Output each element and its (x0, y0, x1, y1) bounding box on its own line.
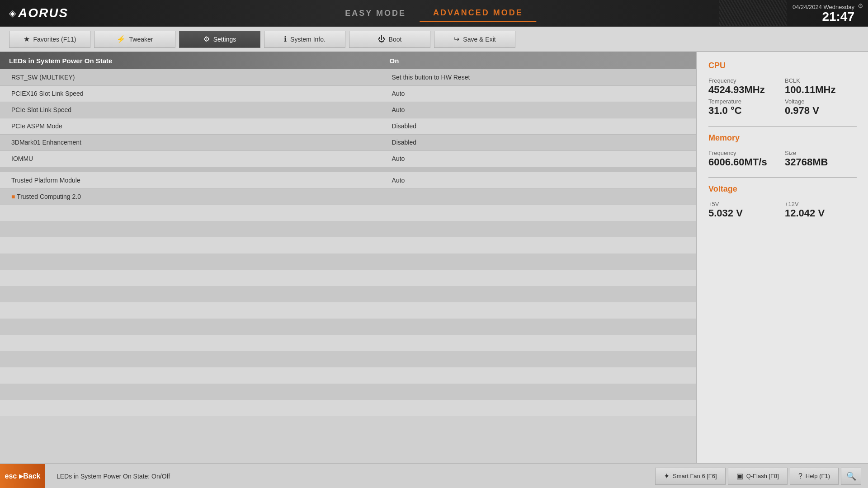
cpu-temperature-label: Temperature (708, 98, 780, 105)
cpu-voltage-value: 0.978 V (785, 105, 857, 117)
setting-label: Trusted Computing 2.0 (0, 188, 381, 205)
empty-row (0, 286, 696, 302)
empty-row (0, 335, 696, 351)
boot-label: Boot (389, 36, 402, 43)
favorites-icon: ★ (24, 35, 30, 43)
settings-icon: ⚙ (203, 35, 210, 43)
cpu-bclk-value: 100.11MHz (785, 84, 857, 96)
memory-size-label: Size (785, 150, 857, 156)
easy-mode-button[interactable]: EASY MODE (331, 5, 420, 22)
cpu-temperature-value: 31.0 °C (708, 105, 780, 117)
memory-size-value: 32768MB (785, 156, 857, 168)
table-row[interactable]: PCIEX16 Slot Link Speed Auto (0, 85, 696, 102)
tweaker-button[interactable]: ⚡ Tweaker (94, 31, 175, 48)
datetime-area: 04/24/2024 Wednesday 21:47 (793, 4, 854, 23)
voltage-section-title: Voltage (708, 184, 857, 196)
esc-button[interactable]: esc ▶ Back (0, 464, 45, 488)
table-row[interactable]: RST_SW (MULTIKEY) Set this button to HW … (0, 69, 696, 85)
status-description: LEDs in System Power On State: On/Off (45, 473, 181, 480)
cpu-section-title: CPU (708, 61, 857, 73)
cpu-section: CPU Frequency 4524.93MHz BCLK 100.11MHz … (708, 61, 857, 117)
cpu-voltage-label: Voltage (785, 98, 857, 105)
cpu-memory-divider (708, 126, 857, 127)
tweaker-icon: ⚡ (117, 35, 126, 43)
memory-section: Memory Frequency 6006.60MT/s Size 32768M… (708, 133, 857, 168)
favorites-button[interactable]: ★ Favorites (F11) (9, 31, 90, 48)
smart-fan-button[interactable]: ✦ Smart Fan 6 [F6] (655, 468, 726, 485)
setting-label: PCIe Slot Link Speed (0, 102, 381, 118)
table-row[interactable]: PCIe Slot Link Speed Auto (0, 102, 696, 118)
mode-buttons: EASY MODE ADVANCED MODE (331, 5, 536, 22)
setting-value: Disabled (381, 118, 696, 134)
cpu-frequency-label: Frequency (708, 77, 780, 84)
header-value: On (381, 52, 696, 69)
setting-value: Auto (381, 102, 696, 118)
help-button[interactable]: ? Help (F1) (790, 468, 839, 485)
section-spacer (0, 167, 696, 172)
favorites-label: Favorites (F11) (33, 36, 76, 43)
voltage-12v-label: +12V (785, 201, 857, 207)
empty-row (0, 367, 696, 384)
info-panel: CPU Frequency 4524.93MHz BCLK 100.11MHz … (696, 52, 868, 463)
advanced-mode-button[interactable]: ADVANCED MODE (420, 5, 537, 22)
boot-button[interactable]: ⏻ Boot (349, 31, 430, 48)
help-icon: ? (798, 472, 802, 480)
empty-row (0, 253, 696, 270)
help-label: Help (F1) (806, 473, 830, 479)
system-info-button[interactable]: ℹ System Info. (264, 31, 345, 48)
system-info-label: System Info. (290, 36, 326, 43)
memory-frequency-label: Frequency (708, 150, 780, 156)
empty-row (0, 221, 696, 237)
back-label: Back (23, 472, 40, 480)
cpu-info-grid: Frequency 4524.93MHz BCLK 100.11MHz Temp… (708, 77, 857, 117)
settings-header-row: LEDs in System Power On State On (0, 52, 696, 69)
tweaker-label: Tweaker (129, 36, 153, 43)
qflash-icon: ▣ (736, 472, 743, 480)
status-bar: esc ▶ Back LEDs in System Power On State… (0, 463, 868, 488)
voltage-5v-value: 5.032 V (708, 207, 780, 219)
esc-arrow-icon: ▶ (19, 473, 23, 479)
smart-fan-icon: ✦ (664, 472, 670, 480)
table-row[interactable]: IOMMU Auto (0, 150, 696, 167)
settings-icon-top: ⚙ (858, 2, 863, 9)
table-row[interactable]: 3DMark01 Enhancement Disabled (0, 134, 696, 150)
header: ◈ AORUS EASY MODE ADVANCED MODE 04/24/20… (0, 0, 868, 27)
empty-row (0, 302, 696, 319)
setting-label: PCIEX16 Slot Link Speed (0, 85, 381, 102)
settings-button[interactable]: ⚙ Settings (179, 31, 260, 48)
empty-row (0, 319, 696, 335)
voltage-5v-col: +5V 5.032 V (708, 201, 780, 219)
setting-value (381, 188, 696, 205)
header-label: LEDs in System Power On State (0, 52, 381, 69)
setting-value: Set this button to HW Reset (381, 69, 696, 85)
cpu-frequency-value: 4524.93MHz (708, 84, 780, 96)
setting-label: IOMMU (0, 150, 381, 167)
main-content: LEDs in System Power On State On RST_SW … (0, 52, 868, 463)
empty-row (0, 270, 696, 286)
table-row[interactable]: PCIe ASPM Mode Disabled (0, 118, 696, 134)
search-button[interactable]: 🔍 (841, 468, 861, 485)
voltage-12v-col: +12V 12.042 V (785, 201, 857, 219)
empty-row (0, 351, 696, 367)
table-row[interactable]: Trusted Platform Module Auto (0, 172, 696, 188)
cpu-bclk-label: BCLK (785, 77, 857, 84)
empty-row (0, 237, 696, 253)
empty-row (0, 400, 696, 416)
memory-size-col: Size 32768MB (785, 150, 857, 168)
header-stripe (719, 0, 787, 26)
setting-label: PCIe ASPM Mode (0, 118, 381, 134)
esc-label: esc (5, 472, 17, 480)
setting-label: Trusted Platform Module (0, 172, 381, 188)
memory-section-title: Memory (708, 133, 857, 145)
time-display: 21:47 (793, 10, 854, 23)
table-row[interactable]: Trusted Computing 2.0 (0, 188, 696, 205)
qflash-button[interactable]: ▣ Q-Flash [F8] (728, 468, 788, 485)
voltage-section: Voltage +5V 5.032 V +12V 12.042 V (708, 184, 857, 219)
qflash-label: Q-Flash [F8] (746, 473, 779, 479)
settings-label: Settings (213, 36, 236, 43)
cpu-frequency-col: Frequency 4524.93MHz (708, 77, 780, 96)
bottom-buttons: ✦ Smart Fan 6 [F6] ▣ Q-Flash [F8] ? Help… (655, 468, 868, 485)
cpu-bclk-col: BCLK 100.11MHz (785, 77, 857, 96)
settings-table: LEDs in System Power On State On RST_SW … (0, 52, 696, 416)
save-exit-button[interactable]: ↪ Save & Exit (434, 31, 515, 48)
